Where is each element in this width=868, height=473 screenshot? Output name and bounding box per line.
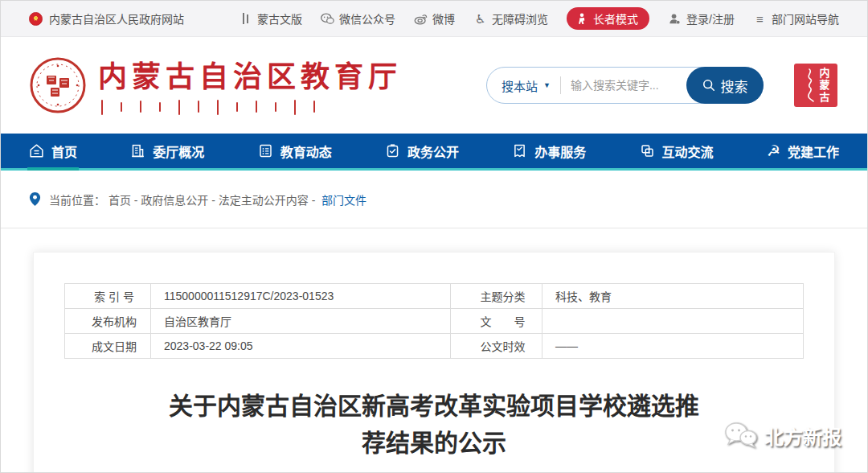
page-title: 关于内蒙古自治区新高考改革实验项目学校遴选推 荐结果的公示	[64, 388, 804, 462]
topbar-link-weibo[interactable]: 微博	[414, 10, 455, 27]
nav-item-gov-disclosure[interactable]: 政务公开	[385, 134, 459, 168]
breadcrumb-prefix: 当前位置：	[49, 194, 105, 207]
document-card: 索 引 号 1150000011512917C/2023-01523 主题分类 …	[33, 252, 835, 473]
government-portal-label: 内蒙古自治区人民政府网站	[49, 10, 184, 27]
main-nav: 首页 委厅概况 教育动态 政务公开 办事服务 互动交流 ☭ 党建工作	[1, 134, 867, 171]
meta-value-written-date: 2023-03-22 09:05	[151, 334, 451, 359]
table-row: 发布机构 自治区教育厅 文 号	[65, 309, 804, 334]
page: ★ 内蒙古自治区人民政府网站 蒙古文版 微信公众号 微博 ♿	[0, 0, 868, 473]
nav-item-interaction[interactable]: 互动交流	[640, 134, 714, 168]
red-stamp-icon: 内蒙古	[794, 64, 837, 107]
chevron-down-icon: ▼	[543, 81, 551, 89]
topbar-link-accessibility[interactable]: ♿ 无障碍浏览	[473, 10, 548, 27]
elder-mode-button[interactable]: 长者模式	[567, 7, 649, 30]
location-pin-icon	[29, 191, 41, 207]
brand-block: 内蒙古自治区教育厅	[98, 53, 402, 117]
menu-icon: ≡	[753, 12, 767, 26]
page-title-line2: 荐结果的公示	[64, 425, 804, 462]
interaction-icon	[640, 143, 655, 158]
search-icon	[702, 79, 715, 92]
breadcrumb: 当前位置： 首页 - 政府信息公开 - 法定主动公开内容 - 部门文件	[49, 191, 366, 208]
top-utility-bar: ★ 内蒙古自治区人民政府网站 蒙古文版 微信公众号 微博 ♿	[1, 1, 867, 37]
nav-item-home[interactable]: 首页	[29, 134, 77, 168]
meta-value-index-number: 1150000011512917C/2023-01523	[151, 284, 451, 309]
home-icon	[29, 143, 44, 158]
department-seal-icon	[29, 56, 87, 114]
topbar-link-mongolian[interactable]: 蒙古文版	[239, 10, 302, 27]
meta-value-topic-category: 科技、教育	[542, 284, 804, 309]
national-emblem-icon: ★	[29, 12, 43, 26]
meta-label-topic-category: 主题分类	[451, 284, 542, 309]
meta-label-doc-number: 文 号	[451, 309, 542, 334]
search-box: 搜本站 ▼ 搜索	[486, 67, 764, 104]
main-content: 索 引 号 1150000011512917C/2023-01523 主题分类 …	[1, 228, 867, 473]
stamp-text: 内蒙古	[819, 68, 829, 104]
weibo-icon	[414, 12, 428, 26]
news-list-icon	[258, 143, 273, 158]
search-zone: 搜本站 ▼ 搜索 内蒙古	[486, 64, 837, 107]
mongolian-subtitle	[98, 100, 402, 117]
nav-item-overview[interactable]: 委厅概况	[130, 134, 204, 168]
breadcrumb-bar: 当前位置： 首页 - 政府信息公开 - 法定主动公开内容 - 部门文件	[1, 171, 867, 228]
topbar-link-site-nav[interactable]: ≡ 部门网站导航	[753, 10, 839, 27]
search-scope-dropdown[interactable]: 搜本站 ▼	[502, 77, 551, 94]
document-meta-table: 索 引 号 1150000011512917C/2023-01523 主题分类 …	[64, 283, 804, 359]
clipboard-check-icon	[385, 143, 400, 158]
government-portal-link[interactable]: ★ 内蒙古自治区人民政府网站	[29, 10, 184, 27]
mongolian-script-icon	[239, 13, 252, 25]
topbar-links: 蒙古文版 微信公众号 微博 ♿ 无障碍浏览	[239, 7, 839, 30]
table-row: 索 引 号 1150000011512917C/2023-01523 主题分类 …	[65, 284, 804, 309]
nav-item-party-building[interactable]: ☭ 党建工作	[767, 134, 839, 168]
site-logo[interactable]: 内蒙古自治区教育厅	[29, 53, 402, 117]
breadcrumb-path: 首页 - 政府信息公开 - 法定主动公开内容 -	[108, 194, 318, 207]
accessibility-icon: ♿	[473, 12, 487, 26]
table-row: 成文日期 2023-03-22 09:05 公文时效 ——	[65, 334, 804, 359]
search-button[interactable]: 搜索	[686, 67, 764, 104]
meta-value-issuing-agency: 自治区教育厅	[151, 309, 451, 334]
meta-value-validity: ——	[542, 334, 804, 359]
nav-item-services[interactable]: 办事服务	[512, 134, 586, 168]
topbar-link-wechat[interactable]: 微信公众号	[321, 10, 395, 27]
user-icon	[668, 12, 682, 26]
page-title-line1: 关于内蒙古自治区新高考改革实验项目学校遴选推	[64, 388, 804, 425]
nav-item-education-news[interactable]: 教育动态	[258, 134, 332, 168]
site-title: 内蒙古自治区教育厅	[98, 53, 402, 95]
party-icon: ☭	[767, 143, 780, 158]
wechat-icon	[321, 12, 334, 26]
meta-label-index-number: 索 引 号	[65, 284, 151, 309]
elder-icon	[575, 12, 588, 26]
topbar-link-login[interactable]: 登录/注册	[668, 10, 735, 27]
building-icon	[130, 143, 145, 158]
breadcrumb-current[interactable]: 部门文件	[321, 194, 366, 207]
search-input[interactable]	[571, 79, 682, 92]
meta-label-written-date: 成文日期	[65, 334, 151, 359]
meta-label-issuing-agency: 发布机构	[65, 309, 151, 334]
search-divider	[560, 76, 561, 94]
site-header: 内蒙古自治区教育厅 搜本站 ▼ 搜索	[1, 37, 867, 134]
meta-value-doc-number	[542, 309, 804, 334]
document-service-icon	[512, 143, 527, 158]
meta-label-validity: 公文时效	[451, 334, 542, 359]
